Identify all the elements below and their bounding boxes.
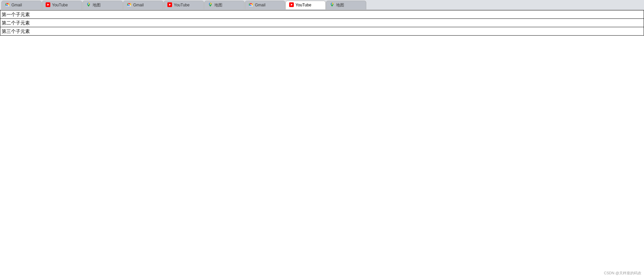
list-item-3: 第三个子元素 <box>0 27 644 35</box>
tab-label: 地图 <box>336 2 344 8</box>
tab-youtube-2[interactable]: YouTube <box>164 1 204 9</box>
tab-label: Gmail <box>133 3 144 7</box>
svg-point-5 <box>210 3 211 4</box>
maps-icon <box>208 2 213 8</box>
tab-gmail-1[interactable]: Gmail <box>1 1 42 9</box>
tab-label: 地图 <box>214 2 222 8</box>
svg-point-2 <box>88 3 89 4</box>
svg-point-8 <box>332 3 333 4</box>
tab-label: 地图 <box>93 2 101 8</box>
tab-maps-2[interactable]: 地图 <box>204 1 245 9</box>
watermark: CSDN @天秤座的码农 <box>604 271 641 276</box>
maps-icon <box>330 2 334 8</box>
youtube-icon <box>167 2 172 8</box>
tab-gmail-3[interactable]: Gmail <box>245 1 285 9</box>
tab-maps-1[interactable]: 地图 <box>83 1 123 9</box>
tab-label: YouTube <box>296 3 311 7</box>
gmail-icon <box>5 2 10 8</box>
maps-icon <box>86 2 91 8</box>
tab-gmail-2[interactable]: Gmail <box>123 1 163 9</box>
main-content: 第一个子元素 第二个子元素 第三个子元素 <box>0 10 644 36</box>
tab-label: YouTube <box>174 3 190 7</box>
gmail-icon <box>127 2 131 8</box>
youtube-icon <box>46 2 50 8</box>
list-item-2: 第二个子元素 <box>0 19 644 27</box>
tab-label: Gmail <box>11 3 22 7</box>
tab-label: Gmail <box>255 3 265 7</box>
tab-label: YouTube <box>52 3 68 7</box>
tab-youtube-1[interactable]: YouTube <box>42 1 82 9</box>
tab-youtube-3[interactable]: YouTube <box>285 1 326 9</box>
gmail-icon <box>249 2 253 8</box>
tab-bar: Gmail YouTube 地图 Gmail YouTube 地图 <box>0 0 644 10</box>
tab-maps-3[interactable]: 地图 <box>326 1 366 9</box>
list-item-1: 第一个子元素 <box>0 10 644 19</box>
youtube-icon <box>289 2 294 8</box>
